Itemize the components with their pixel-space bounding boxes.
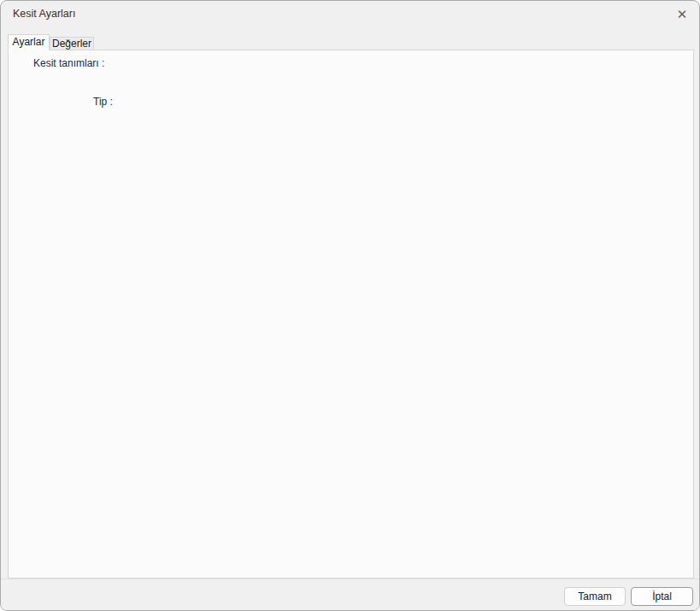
title-bar: Kesit Ayarları ✕ (1, 1, 699, 26)
tab-ayarlar[interactable]: Ayarlar (8, 34, 50, 50)
kesit-ayarlari-dialog: Kesit Ayarları ✕ Ayarlar Değerler Kesit … (0, 0, 700, 611)
tab-degerler[interactable]: Değerler (50, 37, 94, 50)
tip-label: Tip : (90, 96, 116, 108)
kesit-tanimlari-label: Kesit tanımları : (30, 57, 108, 69)
window-title: Kesit Ayarları (13, 8, 75, 20)
dialog-footer: Tamam İptal (1, 579, 699, 611)
tab-page-ayarlar (8, 50, 694, 579)
cancel-button[interactable]: İptal (631, 587, 693, 606)
close-icon[interactable]: ✕ (672, 4, 692, 25)
ok-button[interactable]: Tamam (564, 587, 626, 606)
